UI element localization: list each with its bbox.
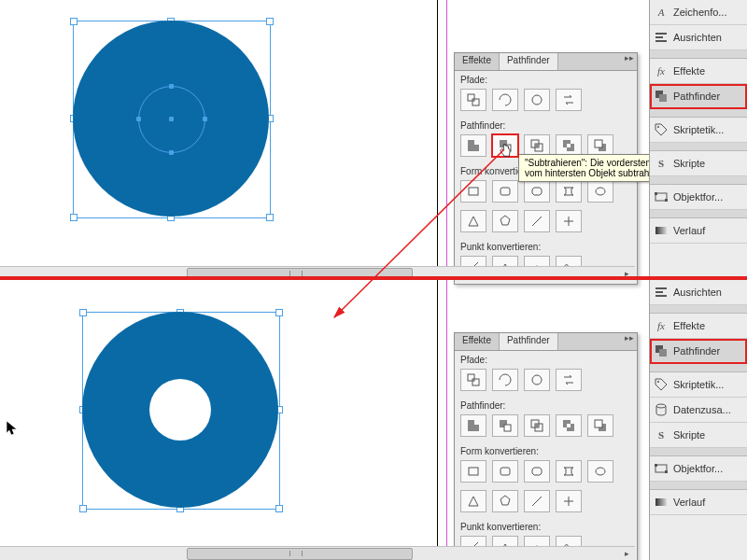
svg-line-55 — [334, 149, 504, 317]
explanation-arrow — [0, 0, 747, 560]
